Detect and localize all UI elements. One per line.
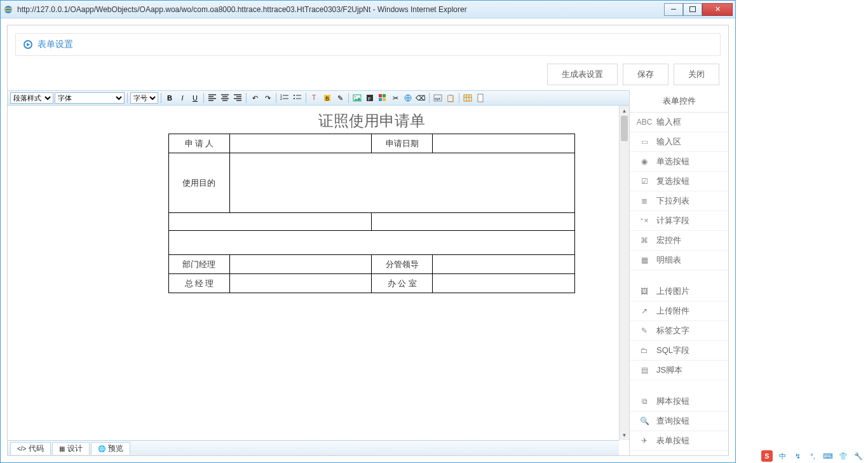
- palette-icon: ◉: [639, 157, 650, 166]
- label-supervisor: 分管领导: [372, 255, 433, 274]
- palette-item-下拉列表[interactable]: ≣下拉列表: [630, 191, 728, 211]
- bg-color-button[interactable]: B: [322, 92, 333, 104]
- generate-button[interactable]: 生成表设置: [547, 64, 618, 85]
- code-button[interactable]: xyz: [432, 92, 444, 104]
- palette-item-复选按钮[interactable]: ☑复选按钮: [630, 172, 728, 191]
- font-color-button[interactable]: T: [309, 92, 320, 104]
- windows-button[interactable]: [377, 92, 388, 104]
- palette-item-脚本按钮[interactable]: ⧉脚本按钮: [630, 392, 728, 411]
- align-right-button[interactable]: [232, 92, 243, 104]
- palette-label: 明细表: [656, 254, 681, 266]
- tray-keyboard-icon[interactable]: ⌨: [822, 450, 834, 462]
- table-button[interactable]: [462, 92, 473, 104]
- para-style-select[interactable]: 段落样式: [10, 92, 53, 104]
- unordered-list-button[interactable]: [292, 92, 303, 104]
- tray-punct-icon[interactable]: °,: [807, 450, 818, 462]
- svg-text:T: T: [312, 94, 316, 101]
- palette-item-上传图片[interactable]: 🖼上传图片: [630, 282, 728, 301]
- palette-title: 表单控件: [630, 90, 728, 113]
- palette-label: 脚本按钮: [656, 396, 689, 407]
- clean-button[interactable]: ✂: [390, 92, 401, 104]
- field-applicant[interactable]: [229, 134, 372, 153]
- window-maximize-button[interactable]: [683, 3, 702, 16]
- format-brush-button[interactable]: ✎: [334, 92, 346, 104]
- editor-canvas-area[interactable]: 证照使用申请单 申 请 人 申请日期 使用目的: [8, 106, 619, 440]
- palette-item-明细表[interactable]: ▦明细表: [630, 251, 728, 270]
- svg-rect-13: [379, 94, 382, 97]
- palette-icon: ▤: [639, 366, 650, 375]
- palette-icon: ABC: [639, 118, 650, 127]
- field-blank-2[interactable]: [372, 213, 575, 231]
- underline-button[interactable]: U: [189, 92, 201, 104]
- palette-icon: ▭: [639, 137, 650, 146]
- palette-icon: ✈: [639, 436, 650, 445]
- tray-skin-icon[interactable]: 👕: [837, 450, 849, 462]
- tray-settings-icon[interactable]: 🔧: [853, 450, 864, 462]
- palette-item-单选按钮[interactable]: ◉单选按钮: [630, 152, 728, 172]
- svg-rect-15: [379, 98, 382, 101]
- svg-text:B: B: [325, 95, 329, 102]
- tab-preview[interactable]: 🌐预览: [91, 442, 130, 455]
- palette-item-SQL字段[interactable]: 🗀SQL字段: [630, 341, 728, 361]
- close-button[interactable]: 关闭: [674, 64, 719, 85]
- palette-item-输入区[interactable]: ▭输入区: [630, 132, 728, 152]
- label-office: 办 公 室: [372, 274, 433, 293]
- field-blank-1[interactable]: [169, 213, 372, 231]
- ime-icon[interactable]: S: [761, 450, 773, 462]
- window-minimize-button[interactable]: [664, 3, 683, 16]
- editor-toolbar: 段落样式 字体 字号 B I U ↶ ↷ 12 T B: [8, 90, 728, 106]
- label-dept-manager: 部门经理: [169, 255, 230, 274]
- italic-button[interactable]: I: [177, 92, 188, 104]
- new-page-button[interactable]: [475, 92, 486, 104]
- palette-item-输入框[interactable]: ABC输入框: [630, 113, 728, 132]
- tray-tool-icon[interactable]: ↯: [792, 450, 803, 462]
- size-select[interactable]: 字号: [130, 92, 158, 104]
- field-supervisor[interactable]: [433, 255, 575, 274]
- palette-item-表单按钮[interactable]: ✈表单按钮: [630, 431, 728, 451]
- undo-button[interactable]: ↶: [249, 92, 261, 104]
- image-button[interactable]: [351, 92, 363, 104]
- tab-design[interactable]: ▦设计: [52, 442, 90, 455]
- scroll-thumb[interactable]: [621, 116, 628, 141]
- align-left-button[interactable]: [207, 92, 218, 104]
- unlink-button[interactable]: ⌫: [415, 92, 426, 104]
- palette-item-标签文字[interactable]: ✎标签文字: [630, 321, 728, 341]
- scroll-up-icon[interactable]: ▲: [620, 106, 629, 116]
- field-general-manager[interactable]: [229, 274, 372, 293]
- svg-rect-20: [464, 95, 471, 101]
- field-apply-date[interactable]: [433, 134, 575, 153]
- svg-rect-16: [383, 98, 386, 101]
- palette-item-上传附件[interactable]: ↗上传附件: [630, 301, 728, 321]
- palette-item-JS脚本[interactable]: ▤JS脚本: [630, 361, 728, 380]
- palette-item-查询按钮[interactable]: 🔍查询按钮: [630, 411, 728, 431]
- font-select[interactable]: 字体: [55, 92, 125, 104]
- lang-icon[interactable]: 中: [776, 450, 788, 462]
- flash-button[interactable]: F: [364, 92, 376, 104]
- redo-button[interactable]: ↷: [262, 92, 273, 104]
- palette-label: 输入区: [656, 136, 681, 148]
- system-tray: S 中 ↯ °, ⌨ 👕 🔧: [757, 449, 868, 463]
- field-blank-wide[interactable]: [169, 231, 575, 255]
- field-dept-manager[interactable]: [229, 255, 372, 274]
- titlebar: http://127.0.0.1/OAapp/WebObjects/OAapp.…: [1, 1, 735, 18]
- window-close-button[interactable]: [702, 3, 733, 16]
- field-office[interactable]: [433, 274, 575, 293]
- palette-item-计算字段[interactable]: ⁺×计算字段: [630, 211, 728, 231]
- label-general-manager: 总 经 理: [169, 274, 230, 293]
- field-purpose[interactable]: [229, 153, 574, 213]
- paste-button[interactable]: 📋: [445, 92, 456, 104]
- palette-label: 表单按钮: [656, 435, 689, 446]
- ordered-list-button[interactable]: 12: [279, 92, 290, 104]
- palette-label: JS脚本: [656, 364, 682, 376]
- scroll-down-icon[interactable]: ▼: [620, 430, 629, 440]
- bold-button[interactable]: B: [164, 92, 175, 104]
- tab-code[interactable]: </>代码: [10, 442, 51, 455]
- link-button[interactable]: [402, 92, 414, 104]
- save-button[interactable]: 保存: [623, 64, 668, 85]
- palette-item-宏控件[interactable]: ⌘宏控件: [630, 231, 728, 251]
- align-center-button[interactable]: [219, 92, 231, 104]
- palette-label: 宏控件: [656, 235, 681, 246]
- label-purpose: 使用目的: [169, 153, 230, 213]
- palette-item-起草按钮[interactable]: ≣起草按钮: [630, 451, 728, 455]
- vertical-scrollbar[interactable]: ▲ ▼: [619, 106, 629, 440]
